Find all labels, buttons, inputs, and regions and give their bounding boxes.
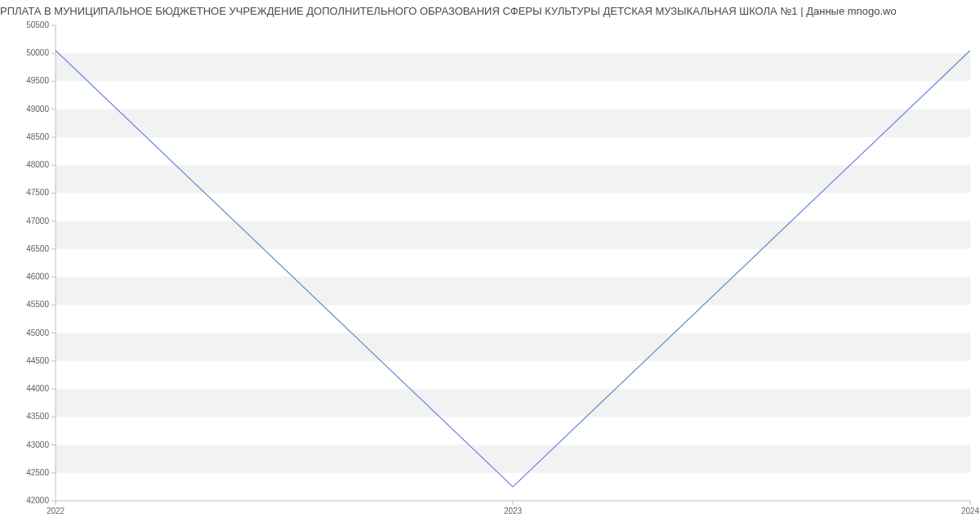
- svg-rect-4: [56, 221, 970, 249]
- svg-text:50500: 50500: [26, 20, 49, 29]
- svg-text:47000: 47000: [26, 216, 49, 225]
- svg-text:48500: 48500: [26, 132, 49, 141]
- svg-text:44500: 44500: [26, 356, 49, 365]
- svg-text:2024: 2024: [961, 506, 980, 515]
- line-chart: 4200042500430004350044000445004500045500…: [0, 20, 980, 520]
- svg-text:46000: 46000: [26, 272, 49, 281]
- svg-rect-1: [56, 389, 970, 417]
- svg-text:44000: 44000: [26, 384, 49, 393]
- svg-rect-2: [56, 333, 970, 361]
- svg-text:48000: 48000: [26, 160, 49, 169]
- svg-rect-6: [56, 109, 970, 137]
- svg-text:47500: 47500: [26, 188, 49, 197]
- svg-rect-0: [56, 445, 970, 473]
- svg-text:42500: 42500: [26, 468, 49, 477]
- svg-text:49000: 49000: [26, 105, 49, 114]
- svg-text:43500: 43500: [26, 412, 49, 421]
- svg-rect-3: [56, 277, 970, 305]
- svg-text:45500: 45500: [26, 300, 49, 309]
- svg-text:46500: 46500: [26, 244, 49, 253]
- svg-text:50000: 50000: [26, 48, 49, 57]
- svg-rect-7: [56, 53, 970, 81]
- svg-text:49500: 49500: [26, 76, 49, 85]
- svg-text:2023: 2023: [504, 506, 523, 515]
- svg-text:2022: 2022: [47, 506, 65, 515]
- svg-text:42000: 42000: [26, 496, 49, 505]
- chart-area: 4200042500430004350044000445004500045500…: [0, 20, 980, 520]
- svg-text:43000: 43000: [26, 440, 49, 449]
- chart-title: РПЛАТА В МУНИЦИПАЛЬНОЕ БЮДЖЕТНОЕ УЧРЕЖДЕ…: [0, 0, 980, 20]
- svg-rect-5: [56, 165, 970, 193]
- svg-text:45000: 45000: [26, 328, 49, 337]
